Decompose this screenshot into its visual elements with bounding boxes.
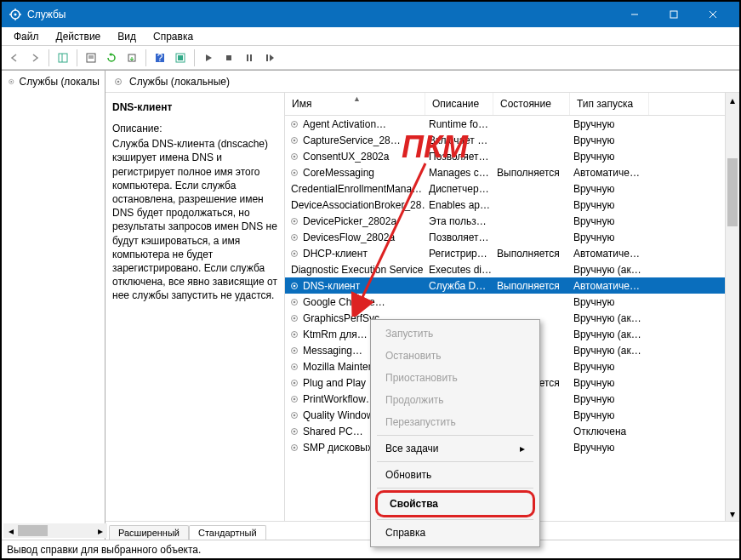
ctx-refresh[interactable]: Обновить [373,464,537,486]
svg-rect-20 [226,55,231,60]
gear-icon [288,134,300,146]
ctx-start[interactable]: Запустить [373,323,537,345]
tab-standard[interactable]: Стандартный [189,525,266,540]
table-row[interactable]: DevicePicker_2802aЭта польз…Вручную [285,213,725,229]
export-button[interactable] [123,49,141,67]
table-row[interactable]: ConsentUX_2802aПозволяет…Вручную [285,148,725,164]
restart-service-button[interactable] [260,49,279,67]
maximize-button[interactable] [654,2,693,27]
gear-icon [288,312,300,324]
menu-action[interactable]: Действие [48,29,110,44]
menu-help[interactable]: Справка [145,29,202,44]
svg-point-45 [294,252,296,254]
window-title: Службы [27,9,615,20]
svg-text:?: ? [157,52,163,64]
selected-service-name: DNS-клиент [112,101,277,113]
titlebar[interactable]: Службы [2,2,739,27]
vertical-scrollbar[interactable]: ▴ ▾ [725,93,739,521]
svg-point-1 [14,14,17,16]
svg-point-31 [294,139,296,141]
table-row[interactable]: Google Chrome…Вручную [285,294,725,310]
hscroll-right[interactable]: ▸ [93,523,107,538]
toolbar: ? [2,46,739,70]
ctx-resume[interactable]: Продолжить [373,389,537,411]
nav-back-button[interactable] [5,49,24,67]
scroll-thumb[interactable] [727,158,738,226]
help2-button[interactable] [171,49,190,67]
tree-root-label: Службы (локалы [20,76,100,88]
refresh-button[interactable] [102,49,121,67]
tree-pane[interactable]: Службы (локалы [2,71,105,540]
scroll-up-button[interactable]: ▴ [726,93,739,107]
svg-point-25 [10,81,12,83]
gear-icon [288,118,300,130]
menu-file[interactable]: Файл [5,29,48,44]
svg-point-49 [294,284,296,287]
svg-point-69 [294,446,296,449]
gear-icon [288,361,300,373]
svg-point-29 [294,123,296,125]
col-start[interactable]: Тип запуска [570,93,649,115]
table-row[interactable]: DHCP-клиентРегистрир…ВыполняетсяАвтомати… [285,245,725,261]
col-state[interactable]: Состояние [493,93,570,115]
svg-rect-23 [266,54,268,61]
minimize-button[interactable] [615,2,654,27]
detail-header-label: Службы (локальные) [129,76,230,88]
tab-extended[interactable]: Расширенный [109,525,189,540]
help-button[interactable]: ? [151,49,169,67]
properties-button[interactable] [82,49,100,67]
table-row[interactable]: CredentialEnrollmentMana…Диспетчер…Вручн… [285,180,725,197]
table-row[interactable]: Agent Activation…Runtime fo…Вручную [285,116,725,132]
svg-point-67 [294,430,296,432]
context-menu: Запустить Остановить Приостановить Продо… [370,319,540,547]
svg-point-65 [294,414,296,416]
ctx-stop[interactable]: Остановить [373,345,537,367]
status-text: Вывод справки для выбранного объекта. [7,544,201,556]
gear-icon [288,426,300,437]
tree-root-item[interactable]: Службы (локалы [5,74,101,89]
svg-rect-21 [247,54,248,61]
svg-point-51 [294,300,296,303]
col-desc[interactable]: Описание [425,93,493,115]
gear-icon [288,151,300,163]
gear-icon [112,76,124,88]
gear-icon [288,296,300,308]
nav-forward-button[interactable] [26,49,44,67]
ctx-properties[interactable]: Свойства [378,493,533,515]
gear-icon [288,248,300,260]
show-hide-tree-button[interactable] [54,49,72,67]
start-service-button[interactable] [199,49,218,67]
gear-icon [288,409,300,421]
close-button[interactable] [693,2,732,27]
hscroll-left[interactable]: ◂ [3,523,18,538]
gear-icon [288,215,300,227]
svg-point-55 [294,333,296,335]
table-row[interactable]: DevicesFlow_2802aПозволяет…Вручную [285,229,725,245]
table-row[interactable]: CaptureService_28…Включает …Вручную [285,132,725,148]
description-pane: DNS-клиент Описание: Служба DNS-клиента … [105,93,284,521]
tree-hscroll[interactable]: ◂ ▸ [3,523,107,538]
gear-icon [288,442,300,454]
svg-point-27 [117,80,120,83]
description-label: Описание: [112,122,277,135]
detail-header: Службы (локальные) [105,71,739,93]
table-row[interactable]: CoreMessagingManages c…ВыполняетсяАвтома… [285,164,725,180]
submenu-arrow-icon: ▸ [520,443,525,454]
pause-service-button[interactable] [240,49,259,67]
ctx-help[interactable]: Справка [373,522,537,544]
ctx-restart[interactable]: Перезапустить [373,411,537,433]
table-row[interactable]: Diagnostic Execution ServiceExecutes di…… [285,261,725,277]
menubar: Файл Действие Вид Справка [2,27,739,46]
svg-point-43 [294,236,296,238]
stop-service-button[interactable] [219,49,238,67]
ctx-pause[interactable]: Приостановить [373,367,537,389]
scroll-down-button[interactable]: ▾ [726,506,739,521]
gear-icon [288,377,300,389]
table-row[interactable]: DeviceAssociationBroker_28…Enables ap…Вр… [285,197,725,213]
ctx-alltasks[interactable]: Все задачи▸ [373,437,537,460]
hscroll-thumb[interactable] [18,525,48,536]
svg-point-35 [294,171,296,174]
app-icon [9,8,22,21]
table-row[interactable]: DNS-клиентСлужба D…ВыполняетсяАвтоматиче… [285,277,725,294]
menu-view[interactable]: Вид [109,29,145,44]
